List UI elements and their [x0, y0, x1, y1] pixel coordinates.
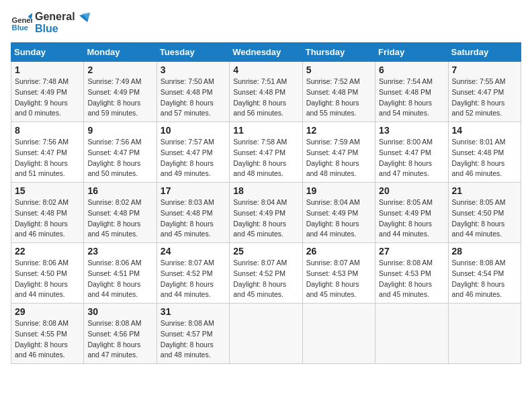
calendar-day-cell: 29 Sunrise: 8:08 AM Sunset: 4:55 PM Dayl…: [11, 304, 84, 364]
day-detail: Sunrise: 8:08 AM Sunset: 4:53 PM Dayligh…: [379, 258, 444, 300]
calendar-day-cell: 16 Sunrise: 8:02 AM Sunset: 4:48 PM Dayl…: [84, 183, 157, 243]
calendar-day-cell: 21 Sunrise: 8:05 AM Sunset: 4:50 PM Dayl…: [448, 183, 521, 243]
day-detail: Sunrise: 8:03 AM Sunset: 4:48 PM Dayligh…: [161, 197, 226, 240]
calendar-week-row: 29 Sunrise: 8:08 AM Sunset: 4:55 PM Dayl…: [11, 304, 521, 364]
day-number: 6: [379, 64, 444, 75]
day-of-week-header: Sunday: [11, 43, 84, 62]
logo: General Blue General Blue: [11, 11, 90, 34]
calendar-day-cell: 7 Sunrise: 7:55 AM Sunset: 4:47 PM Dayli…: [448, 62, 521, 122]
day-detail: Sunrise: 7:52 AM Sunset: 4:48 PM Dayligh…: [306, 77, 371, 119]
calendar-day-cell: 27 Sunrise: 8:08 AM Sunset: 4:53 PM Dayl…: [375, 243, 448, 304]
calendar-day-cell: 2 Sunrise: 7:49 AM Sunset: 4:49 PM Dayli…: [84, 62, 157, 122]
day-number: 12: [306, 125, 371, 136]
day-number: 9: [87, 125, 152, 136]
day-detail: Sunrise: 8:06 AM Sunset: 4:50 PM Dayligh…: [15, 258, 80, 300]
day-number: 15: [15, 185, 80, 196]
logo-arrow-icon: [75, 13, 90, 28]
day-detail: Sunrise: 8:05 AM Sunset: 4:50 PM Dayligh…: [452, 197, 517, 240]
calendar-day-cell: [230, 304, 302, 364]
day-of-week-header: Thursday: [302, 43, 375, 62]
day-number: 21: [452, 185, 517, 196]
calendar-day-cell: 30 Sunrise: 8:08 AM Sunset: 4:56 PM Dayl…: [84, 304, 157, 364]
day-detail: Sunrise: 8:07 AM Sunset: 4:53 PM Dayligh…: [306, 258, 371, 300]
day-number: 18: [233, 185, 298, 196]
calendar-day-cell: 1 Sunrise: 7:48 AM Sunset: 4:49 PM Dayli…: [11, 62, 84, 122]
calendar-day-cell: 9 Sunrise: 7:56 AM Sunset: 4:47 PM Dayli…: [84, 122, 157, 183]
calendar-week-row: 8 Sunrise: 7:56 AM Sunset: 4:47 PM Dayli…: [11, 122, 521, 183]
day-number: 20: [379, 185, 444, 196]
day-detail: Sunrise: 7:48 AM Sunset: 4:49 PM Dayligh…: [15, 77, 80, 119]
calendar-table: SundayMondayTuesdayWednesdayThursdayFrid…: [11, 42, 521, 364]
logo-icon: General Blue: [11, 12, 32, 34]
calendar-day-cell: 17 Sunrise: 8:03 AM Sunset: 4:48 PM Dayl…: [157, 183, 229, 243]
day-detail: Sunrise: 7:56 AM Sunset: 4:47 PM Dayligh…: [15, 137, 80, 179]
day-of-week-header: Friday: [375, 43, 448, 62]
calendar-day-cell: 11 Sunrise: 7:58 AM Sunset: 4:47 PM Dayl…: [230, 122, 302, 183]
calendar-day-cell: 28 Sunrise: 8:08 AM Sunset: 4:54 PM Dayl…: [448, 243, 521, 304]
calendar-header-row: SundayMondayTuesdayWednesdayThursdayFrid…: [11, 43, 521, 62]
day-number: 5: [306, 64, 371, 75]
day-detail: Sunrise: 7:49 AM Sunset: 4:49 PM Dayligh…: [87, 77, 152, 119]
day-number: 17: [161, 185, 226, 196]
calendar-week-row: 15 Sunrise: 8:02 AM Sunset: 4:48 PM Dayl…: [11, 183, 521, 243]
day-detail: Sunrise: 8:07 AM Sunset: 4:52 PM Dayligh…: [161, 258, 226, 300]
day-number: 19: [306, 185, 371, 196]
day-detail: Sunrise: 8:01 AM Sunset: 4:48 PM Dayligh…: [452, 137, 517, 179]
page-header: General Blue General Blue: [11, 11, 521, 34]
day-of-week-header: Monday: [84, 43, 157, 62]
day-detail: Sunrise: 8:08 AM Sunset: 4:57 PM Dayligh…: [161, 318, 226, 361]
calendar-week-row: 22 Sunrise: 8:06 AM Sunset: 4:50 PM Dayl…: [11, 243, 521, 304]
calendar-day-cell: 26 Sunrise: 8:07 AM Sunset: 4:53 PM Dayl…: [302, 243, 375, 304]
calendar-day-cell: 10 Sunrise: 7:57 AM Sunset: 4:47 PM Dayl…: [157, 122, 229, 183]
calendar-day-cell: 4 Sunrise: 7:51 AM Sunset: 4:48 PM Dayli…: [230, 62, 302, 122]
day-number: 11: [233, 125, 298, 136]
day-number: 22: [15, 246, 80, 257]
logo-text-blue: Blue: [35, 23, 75, 35]
day-detail: Sunrise: 8:02 AM Sunset: 4:48 PM Dayligh…: [15, 197, 80, 240]
day-detail: Sunrise: 7:54 AM Sunset: 4:48 PM Dayligh…: [379, 77, 444, 119]
calendar-day-cell: 18 Sunrise: 8:04 AM Sunset: 4:49 PM Dayl…: [230, 183, 302, 243]
day-number: 25: [233, 246, 298, 257]
calendar-day-cell: 25 Sunrise: 8:07 AM Sunset: 4:52 PM Dayl…: [230, 243, 302, 304]
day-detail: Sunrise: 8:08 AM Sunset: 4:56 PM Dayligh…: [87, 318, 152, 361]
day-detail: Sunrise: 8:00 AM Sunset: 4:47 PM Dayligh…: [379, 137, 444, 179]
day-detail: Sunrise: 8:08 AM Sunset: 4:54 PM Dayligh…: [452, 258, 517, 300]
day-detail: Sunrise: 8:07 AM Sunset: 4:52 PM Dayligh…: [233, 258, 298, 300]
calendar-day-cell: 24 Sunrise: 8:07 AM Sunset: 4:52 PM Dayl…: [157, 243, 229, 304]
day-detail: Sunrise: 8:05 AM Sunset: 4:49 PM Dayligh…: [379, 197, 444, 240]
day-number: 7: [452, 64, 517, 75]
day-detail: Sunrise: 7:51 AM Sunset: 4:48 PM Dayligh…: [233, 77, 298, 119]
day-detail: Sunrise: 7:50 AM Sunset: 4:48 PM Dayligh…: [161, 77, 226, 119]
day-number: 4: [233, 64, 298, 75]
day-number: 28: [452, 246, 517, 257]
day-of-week-header: Tuesday: [157, 43, 229, 62]
calendar-day-cell: 14 Sunrise: 8:01 AM Sunset: 4:48 PM Dayl…: [448, 122, 521, 183]
day-number: 8: [15, 125, 80, 136]
day-number: 1: [15, 64, 80, 75]
calendar-day-cell: 20 Sunrise: 8:05 AM Sunset: 4:49 PM Dayl…: [375, 183, 448, 243]
day-number: 23: [87, 246, 152, 257]
day-number: 31: [161, 306, 226, 317]
day-detail: Sunrise: 8:08 AM Sunset: 4:55 PM Dayligh…: [15, 318, 80, 361]
day-number: 2: [87, 64, 152, 75]
calendar-day-cell: 5 Sunrise: 7:52 AM Sunset: 4:48 PM Dayli…: [302, 62, 375, 122]
day-of-week-header: Wednesday: [230, 43, 302, 62]
day-number: 30: [87, 306, 152, 317]
day-number: 29: [15, 306, 80, 317]
calendar-day-cell: 22 Sunrise: 8:06 AM Sunset: 4:50 PM Dayl…: [11, 243, 84, 304]
calendar-day-cell: 3 Sunrise: 7:50 AM Sunset: 4:48 PM Dayli…: [157, 62, 229, 122]
day-number: 3: [161, 64, 226, 75]
calendar-week-row: 1 Sunrise: 7:48 AM Sunset: 4:49 PM Dayli…: [11, 62, 521, 122]
day-of-week-header: Saturday: [448, 43, 521, 62]
day-number: 14: [452, 125, 517, 136]
day-number: 24: [161, 246, 226, 257]
day-number: 26: [306, 246, 371, 257]
calendar-day-cell: 6 Sunrise: 7:54 AM Sunset: 4:48 PM Dayli…: [375, 62, 448, 122]
day-detail: Sunrise: 7:59 AM Sunset: 4:47 PM Dayligh…: [306, 137, 371, 179]
day-detail: Sunrise: 8:02 AM Sunset: 4:48 PM Dayligh…: [87, 197, 152, 240]
day-detail: Sunrise: 7:57 AM Sunset: 4:47 PM Dayligh…: [161, 137, 226, 179]
calendar-day-cell: [302, 304, 375, 364]
day-number: 16: [87, 185, 152, 196]
calendar-day-cell: 19 Sunrise: 8:04 AM Sunset: 4:49 PM Dayl…: [302, 183, 375, 243]
day-detail: Sunrise: 7:56 AM Sunset: 4:47 PM Dayligh…: [87, 137, 152, 179]
